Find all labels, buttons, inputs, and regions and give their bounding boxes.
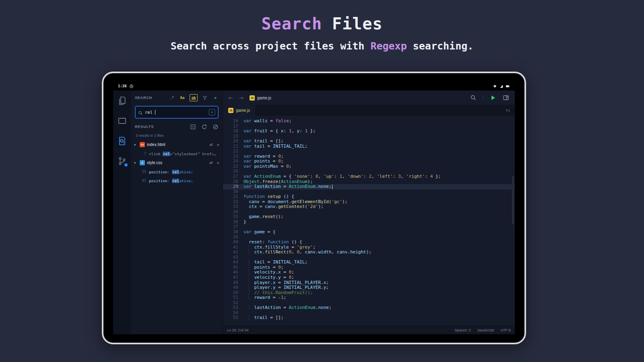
run-icon[interactable] — [490, 95, 496, 101]
code-line-38: 38var game = { — [223, 230, 515, 235]
code-line-33: 33 ctx = canv.getContext('2d'); — [223, 204, 515, 210]
replace-all-icon[interactable]: ⇄ — [209, 142, 213, 147]
line-content: var pointsMax = 0; — [244, 164, 291, 169]
line-content: var tail = INITIAL_TAIL; — [244, 144, 308, 149]
line-number: 40 — [223, 240, 244, 245]
line-number: 29 — [223, 184, 244, 189]
toggle-layout-icon[interactable] — [503, 95, 509, 101]
line-content: var lastAction = ActionEnum.none; — [244, 184, 332, 189]
activity-item-source-control[interactable] — [118, 156, 127, 166]
notification-badge — [124, 163, 128, 167]
line-number: 42 — [223, 250, 244, 255]
clock-icon — [129, 84, 134, 88]
separator — [483, 95, 483, 101]
search-toolbar: .*Aaab⇄ — [169, 94, 219, 101]
chevron-down-icon: ▾ — [134, 143, 138, 147]
cursor-position[interactable]: Ln 29, Col 34 — [227, 328, 249, 332]
status-item[interactable]: UTF-8 — [501, 328, 511, 332]
search-header: SEARCH .*Aaab⇄ — [131, 90, 223, 105]
search-icon — [138, 110, 143, 115]
clear-results-icon[interactable] — [213, 124, 219, 130]
search-sidebar: SEARCH .*Aaab⇄ rel × RESULTS 3 results i… — [131, 90, 223, 334]
text-segment: Search — [262, 14, 332, 33]
code-line-55: 55 trail = []; — [223, 315, 515, 321]
find-in-file-icon[interactable] — [470, 95, 477, 101]
text-caret — [155, 110, 156, 115]
whole-word-icon[interactable]: ab — [190, 94, 198, 101]
code-editor[interactable]: 16var walls = false;1718var fruit = { x:… — [223, 116, 515, 326]
activity-bar — [113, 90, 131, 334]
code-line-21: 21var tail = INITIAL_TAIL; — [223, 144, 515, 149]
tablet-screen: 1:38 SEARCH .*Aaab⇄ rel × — [113, 82, 515, 334]
results-actions — [190, 124, 219, 130]
dismiss-icon[interactable]: × — [217, 142, 219, 147]
js-file-icon: JS — [250, 95, 255, 101]
code-line-35: 35 game.reset(); — [223, 214, 515, 220]
results-summary: 3 results in 2 files — [131, 132, 223, 140]
toggle-replace-icon[interactable]: ⇄ — [212, 95, 219, 101]
forward-icon[interactable]: → — [239, 95, 244, 101]
line-number: 22 — [223, 149, 244, 154]
text-segment: Files — [332, 14, 382, 33]
file-breadcrumb-label: game.js — [257, 96, 271, 100]
line-number: 49 — [223, 285, 244, 290]
tab-bar: JS game.js F1 — [223, 105, 515, 116]
code-line-16: 16var walls = false; — [223, 119, 515, 124]
text-segment: Search across project files with — [171, 40, 371, 52]
line-number: 53 — [223, 305, 244, 311]
line-content: trail = []; — [244, 315, 283, 321]
keybind-hint: F1 — [506, 105, 515, 116]
activity-item-files[interactable] — [118, 96, 127, 105]
activity-item-editors[interactable] — [118, 116, 127, 125]
back-icon[interactable]: ← — [229, 95, 233, 101]
css-file-icon: # — [140, 160, 145, 165]
match-row[interactable]: 25position: relative; — [131, 167, 223, 176]
clear-search-icon[interactable]: × — [209, 109, 215, 115]
filter-files-icon[interactable] — [202, 95, 208, 101]
line-number: 31 — [223, 194, 244, 200]
line-content: lastAction = ActionEnum.none; — [244, 305, 332, 311]
match-line-number: 7 — [140, 152, 146, 156]
line-number: 55 — [223, 315, 244, 321]
editor-status-bar: Ln 29, Col 34 Spaces: 2JavaScriptUTF-8 — [223, 326, 515, 334]
match-row[interactable]: 7<link rel="stylesheet" href=… — [131, 149, 223, 158]
code-line-29: 29var lastAction = ActionEnum.none; — [223, 184, 515, 189]
line-number: 33 — [223, 204, 244, 210]
status-right-items: Spaces: 2JavaScriptUTF-8 — [454, 328, 511, 332]
result-file-style.css[interactable]: ▾#style.css⇄× — [131, 158, 223, 167]
match-text: <link rel="stylesheet" href=… — [149, 152, 216, 156]
status-item[interactable]: JavaScript — [477, 328, 494, 332]
file-row-actions: ⇄× — [209, 142, 219, 147]
collapse-all-icon[interactable] — [190, 124, 196, 130]
use-regex-icon[interactable]: .* — [169, 95, 175, 101]
page: Search Files Search across project files… — [0, 0, 644, 362]
line-content: } — [244, 220, 246, 225]
result-file-index.html[interactable]: ▾<>index.html⇄× — [131, 140, 223, 149]
tab-game-js[interactable]: JS game.js — [223, 105, 255, 116]
replace-all-icon[interactable]: ⇄ — [209, 160, 213, 165]
line-content: ctx.fillRect(0, 0, canv.width, canv.heig… — [244, 250, 372, 255]
line-content: reward = -1; — [244, 295, 286, 300]
refresh-icon[interactable] — [201, 124, 207, 130]
status-item[interactable]: Spaces: 2 — [454, 328, 471, 332]
search-input[interactable]: rel × — [135, 106, 219, 119]
code-line-25: 25var pointsMax = 0; — [223, 164, 515, 169]
editor-app: SEARCH .*Aaab⇄ rel × RESULTS 3 results i… — [113, 90, 515, 334]
match-text: position: relative; — [149, 179, 193, 183]
line-number: 27 — [223, 174, 244, 179]
code-line-36: 36} — [223, 220, 515, 225]
line-number: 38 — [223, 230, 244, 235]
code-line-18: 18var fruit = { x: 1, y: 1 }; — [223, 129, 515, 134]
match-text: position: relative; — [149, 170, 193, 174]
file-row-actions: ⇄× — [209, 160, 219, 165]
dismiss-icon[interactable]: × — [217, 160, 219, 165]
activity-item-search[interactable] — [118, 136, 127, 146]
match-row[interactable]: 47position: relative; — [131, 176, 223, 185]
line-number: 16 — [223, 119, 244, 124]
match-case-icon[interactable]: Aa — [179, 95, 186, 101]
code-line-53: 53 lastAction = ActionEnum.none; — [223, 305, 515, 311]
code-line-42: 42 ctx.fillRect(0, 0, canv.width, canv.h… — [223, 250, 515, 255]
text-segment: searching. — [407, 40, 474, 52]
line-content: var fruit = { x: 1, y: 1 }; — [244, 129, 316, 134]
html-file-icon: <> — [140, 142, 145, 147]
